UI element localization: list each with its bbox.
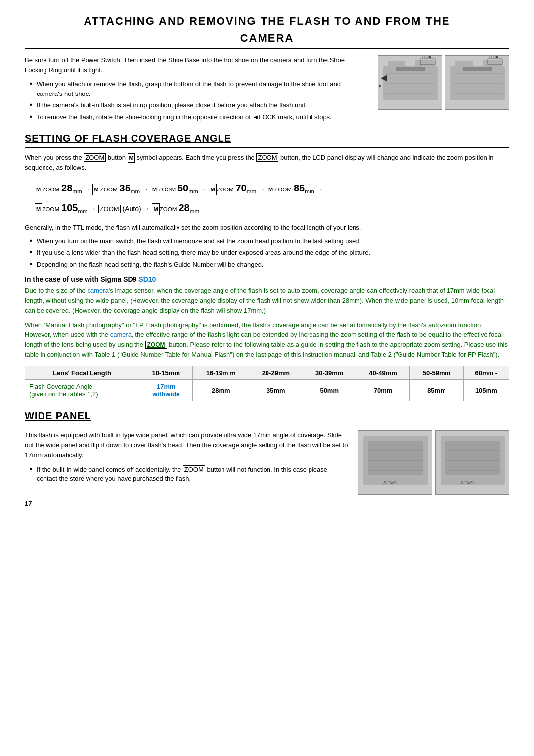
svg-text:LOCK: LOCK xyxy=(489,56,498,59)
zoom-sequence: MZOOM 28mm → MZOOM 35mm → MZOOM 50mm → M… xyxy=(35,178,509,218)
section3-title: WIDE PANEL xyxy=(25,410,509,422)
zoom-seq-m4: M xyxy=(209,184,216,195)
green-para-2: When "Manual Flash photography" or "FP F… xyxy=(25,320,509,360)
table-header-3: 20-29mm xyxy=(249,366,303,380)
camera-word-1: camera xyxy=(87,287,108,294)
zoom-bullet-3: Depending on the flash head setting, the… xyxy=(30,260,509,270)
zoom-bullet-2: If you use a lens wider than the flash h… xyxy=(30,248,509,258)
camera-image-1: LOCK ▶ xyxy=(378,55,442,110)
zoom-bullets: When you turn on the main switch, the fl… xyxy=(30,236,509,270)
svg-rect-21 xyxy=(463,67,492,71)
zoom-seq-auto: ZOOM xyxy=(98,205,121,213)
sd9-label: SD9 xyxy=(123,275,136,283)
zoom-box-inline-2: ZOOM xyxy=(256,153,278,162)
camera-word-2: camera xyxy=(110,331,132,338)
wide-panel-image-1: SIGMA xyxy=(358,430,432,495)
wide-para-1: This flash is equipped with built in typ… xyxy=(25,430,348,460)
table-cell-4: 50mm xyxy=(303,380,356,401)
page-number: 17 xyxy=(25,500,509,507)
intro-paragraph: Be sure turn off the Power Switch. Then … xyxy=(25,55,368,75)
wide-panel-text-block: This flash is equipped with built in typ… xyxy=(25,430,348,495)
table-header-4: 30-39mm xyxy=(303,366,356,380)
subsection-text: In the case of use with Sigma xyxy=(25,275,123,283)
section2-title: SETTING OF FLASH COVERAGE ANGLE xyxy=(25,133,509,144)
svg-text:SIGMA: SIGMA xyxy=(460,480,475,485)
table-cell-6: 85mm xyxy=(410,380,463,401)
table-header-5: 40-49mm xyxy=(356,366,409,380)
wide-panel-image-2: SIGMA xyxy=(435,430,509,495)
attach-bullets: When you attach or remove the flash, gra… xyxy=(30,79,368,122)
page-title-line2: CAMERA xyxy=(25,32,509,45)
table-cell-2: 28mm xyxy=(193,380,249,401)
table-header-1: 10-15mm xyxy=(139,366,193,380)
section2-divider xyxy=(25,147,509,148)
table-header-6: 50-59mm xyxy=(410,366,463,380)
table-row-label: Flash Coverage Angle(given on the tables… xyxy=(25,380,139,401)
top-text-block: Be sure turn off the Power Switch. Then … xyxy=(25,55,368,124)
svg-text:SIGMA: SIGMA xyxy=(383,480,398,485)
zoom-seq-m3: M xyxy=(151,184,158,195)
zoom-box-table: ZOOM xyxy=(145,341,167,349)
subsection-title: In the case of use with Sigma SD9 SD10 xyxy=(25,275,509,283)
zoom-seq-m2: M xyxy=(92,184,100,195)
wide-panel-images: SIGMA SIGMA xyxy=(358,430,509,495)
bullet-2: If the camera's built-in flash is set in… xyxy=(30,100,368,110)
zoom-bullet-1: When you turn on the main switch, the fl… xyxy=(30,236,509,246)
ttl-para: Generally, in the TTL mode, the flash wi… xyxy=(25,223,509,233)
zoom-seq-m6: M xyxy=(35,203,42,215)
coverage-table: Lens' Focal Length 10-15mm 16-19m m 20-2… xyxy=(25,366,509,401)
title-divider xyxy=(25,48,509,49)
table-header-7: 60mm - xyxy=(463,366,509,380)
table-row-coverage: Flash Coverage Angle(given on the tables… xyxy=(25,380,509,401)
svg-text:LOCK: LOCK xyxy=(422,56,431,59)
table-cell-7: 105mm xyxy=(463,380,509,401)
svg-text:▶: ▶ xyxy=(379,84,382,87)
sd10-label: SD10 xyxy=(138,275,156,283)
table-cell-1: 17mmwithwide xyxy=(139,380,193,401)
wide-panel-section: This flash is equipped with built in typ… xyxy=(25,430,509,495)
top-section: Be sure turn off the Power Switch. Then … xyxy=(25,55,509,124)
top-images: LOCK ▶ LOCK xyxy=(378,55,509,124)
zoom-box-inline-1: ZOOM xyxy=(84,153,106,162)
wide-bullets: If the built-in wide panel comes off acc… xyxy=(30,465,348,484)
green-para-1: Due to the size of the camera's image se… xyxy=(25,286,509,316)
zoom-intro: When you press the ZOOM button M symbol … xyxy=(25,153,509,173)
camera-image-2: LOCK xyxy=(445,55,509,110)
table-cell-5: 70mm xyxy=(356,380,409,401)
zoom-seq-m7: M xyxy=(152,203,159,215)
page-title-line1: ATTACHING AND REMOVING THE FLASH TO AND … xyxy=(25,15,509,28)
table-header-0: Lens' Focal Length xyxy=(25,366,139,380)
svg-rect-9 xyxy=(396,67,425,71)
table-header-2: 16-19m m xyxy=(193,366,249,380)
zoom-seq-m1: M xyxy=(35,184,42,195)
bullet-3: To remove the flash, rotate the shoe-loc… xyxy=(30,112,368,122)
table-cell-3: 35mm xyxy=(249,380,303,401)
section3-divider xyxy=(25,425,509,425)
zoom-box-wide: ZOOM xyxy=(183,465,205,473)
wide-bullet-1: If the built-in wide panel comes off acc… xyxy=(30,465,348,484)
bullet-1: When you attach or remove the flash, gra… xyxy=(30,79,368,98)
zoom-seq-m5: M xyxy=(267,184,274,195)
m-symbol: M xyxy=(128,153,135,163)
